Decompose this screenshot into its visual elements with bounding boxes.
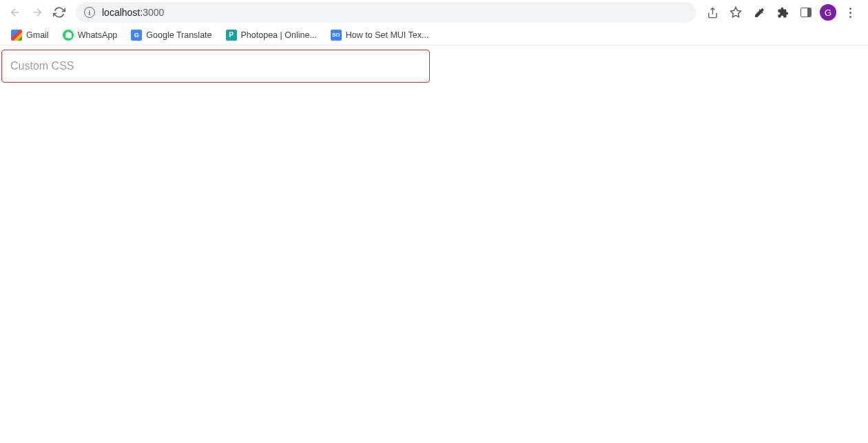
share-icon[interactable]: [703, 3, 722, 22]
stackoverflow-icon: SO: [331, 30, 342, 41]
bookmark-gmail[interactable]: M Gmail: [7, 27, 53, 43]
browser-toolbar: i localhost:3000 G: [0, 0, 868, 25]
forward-button[interactable]: [28, 3, 47, 22]
url-text: localhost:3000: [102, 7, 164, 18]
reload-button[interactable]: [50, 3, 69, 22]
bookmark-label: Gmail: [26, 30, 49, 40]
bookmarks-bar: M Gmail WhatsApp G Google Translate P Ph…: [0, 25, 868, 45]
page-content: [0, 45, 868, 85]
side-panel-icon[interactable]: [796, 3, 816, 22]
bookmark-photopea[interactable]: P Photopea | Online...: [222, 27, 321, 43]
google-translate-icon: G: [131, 30, 142, 41]
bookmark-label: Google Translate: [146, 30, 211, 40]
custom-css-input[interactable]: [1, 50, 430, 83]
address-bar[interactable]: i localhost:3000: [76, 2, 696, 23]
extensions-icon[interactable]: [773, 3, 792, 22]
gmail-icon: M: [11, 30, 22, 41]
toolbar-right: G: [703, 3, 862, 22]
bookmark-stackoverflow[interactable]: SO How to Set MUI Tex...: [327, 27, 433, 43]
bookmark-whatsapp[interactable]: WhatsApp: [59, 27, 122, 43]
bookmark-label: Photopea | Online...: [241, 30, 317, 40]
bookmark-label: How to Set MUI Tex...: [346, 30, 429, 40]
back-button[interactable]: [6, 3, 25, 22]
bookmark-star-icon[interactable]: [726, 3, 745, 22]
bookmark-label: WhatsApp: [78, 30, 118, 40]
chrome-menu-icon[interactable]: [840, 3, 860, 22]
eyedropper-icon[interactable]: [750, 3, 769, 22]
photopea-icon: P: [226, 30, 237, 41]
svg-marker-0: [731, 8, 741, 17]
site-info-icon[interactable]: i: [84, 7, 95, 18]
whatsapp-icon: [63, 30, 74, 41]
profile-avatar[interactable]: G: [820, 4, 836, 21]
bookmark-google-translate[interactable]: G Google Translate: [127, 27, 216, 43]
